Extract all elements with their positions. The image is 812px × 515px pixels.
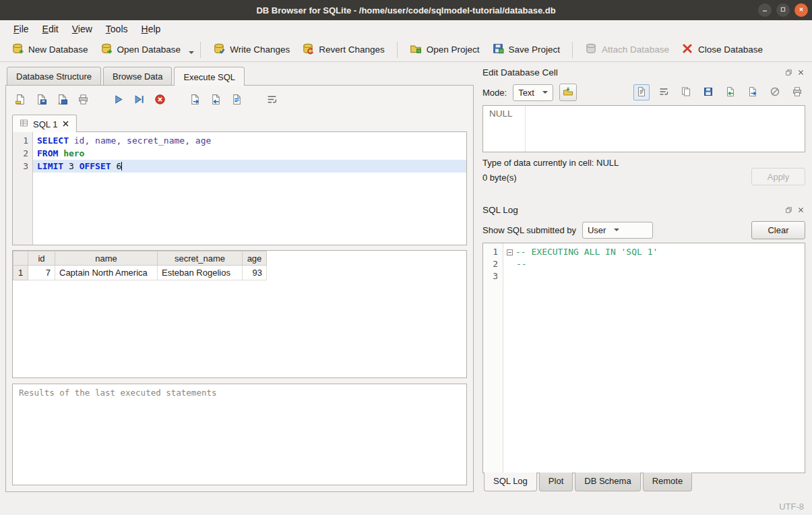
format-sql-button[interactable] <box>228 92 245 109</box>
close-database-icon <box>681 42 693 57</box>
sql-log-view[interactable]: 123 −-- EXECUTING ALL IN 'SQL 1'-- <box>482 243 805 473</box>
code-line[interactable]: FROM hero <box>33 147 466 160</box>
tab-browse-data[interactable]: Browse Data <box>103 67 172 85</box>
set-null-button[interactable] <box>767 84 783 100</box>
open-project-button[interactable]: Open Project <box>404 39 486 60</box>
mode-select[interactable]: Text <box>513 84 553 101</box>
menu-help[interactable]: Help <box>135 22 168 36</box>
log-line-number: 3 <box>483 270 498 282</box>
results-grid[interactable]: idnamesecret_nameage17Captain North Amer… <box>12 250 467 378</box>
menu-file[interactable]: File <box>7 22 36 36</box>
close-button[interactable] <box>794 3 808 17</box>
main-toolbar: New DatabaseOpen DatabaseWrite ChangesRe… <box>0 38 812 62</box>
code-line[interactable]: LIMIT 3 OFFSET 6 <box>33 160 466 173</box>
tab-database-structure[interactable]: Database Structure <box>7 67 101 85</box>
line-number: 1 <box>13 134 28 147</box>
execute-all-button[interactable] <box>110 92 126 109</box>
dock-close-icon[interactable] <box>797 206 805 214</box>
minimize-button[interactable] <box>758 3 772 17</box>
export-icon <box>747 86 758 99</box>
write-changes-button[interactable]: Write Changes <box>207 39 296 60</box>
menu-edit[interactable]: Edit <box>36 22 65 36</box>
menu-view[interactable]: View <box>65 22 99 36</box>
right-column: Edit Database Cell Mode: Text NULL <box>476 62 812 497</box>
editor-gutter: 123 <box>13 132 33 245</box>
import-button[interactable] <box>722 84 739 100</box>
save-project-button[interactable]: Save Project <box>486 39 567 60</box>
cell[interactable]: 93 <box>243 266 267 280</box>
collapse-icon[interactable]: − <box>507 249 513 255</box>
row-number[interactable]: 1 <box>13 266 28 280</box>
save-sql-as-button[interactable] <box>54 92 70 109</box>
log-line: -- <box>503 258 805 270</box>
sql-tab[interactable]: SQL 1 <box>12 115 77 132</box>
export-sql-button[interactable] <box>187 92 203 109</box>
apply-button[interactable]: Apply <box>751 168 805 185</box>
float-icon[interactable] <box>784 68 793 77</box>
bottom-tab-plot[interactable]: Plot <box>539 473 573 491</box>
save-sql-file-button[interactable] <box>33 92 49 109</box>
tab-execute-sql[interactable]: Execute SQL <box>174 67 245 86</box>
cell-icon-group <box>633 84 805 100</box>
copy-icon <box>681 86 691 99</box>
column-header-name[interactable]: name <box>55 251 158 266</box>
close-database-button[interactable]: Close Database <box>675 39 769 60</box>
column-header-secret-name[interactable]: secret_name <box>158 251 243 266</box>
print-icon <box>792 86 803 99</box>
menu-tools[interactable]: Tools <box>99 22 135 36</box>
cell[interactable]: Esteban Rogelios <box>158 266 243 280</box>
new-database-icon <box>11 42 24 57</box>
revert-changes-button[interactable]: Revert Changes <box>296 39 391 60</box>
log-filter-select[interactable]: User <box>582 222 653 239</box>
encoding-indicator[interactable]: UTF-8 <box>779 502 804 512</box>
toolbar-separator <box>397 42 398 58</box>
stop-button[interactable] <box>152 92 168 109</box>
dock-close-icon[interactable] <box>797 68 805 77</box>
export-button[interactable] <box>745 84 761 100</box>
close-icon <box>797 5 805 16</box>
import-sql-icon <box>210 94 222 107</box>
column-header-age[interactable]: age <box>243 251 267 266</box>
log-line-number: 1 <box>483 246 498 258</box>
maximize-button[interactable] <box>776 3 790 17</box>
word-wrap-button[interactable] <box>656 84 672 100</box>
cell[interactable]: Captain North America <box>55 266 158 280</box>
execute-line-button[interactable] <box>131 92 147 109</box>
editor-code[interactable]: SELECT id, name, secret_name, ageFROM he… <box>33 132 466 245</box>
line-number: 2 <box>13 147 28 160</box>
save-button[interactable] <box>700 84 716 100</box>
word-wrap-icon <box>658 86 669 99</box>
bottom-tab-remote[interactable]: Remote <box>643 473 693 491</box>
cell[interactable]: 7 <box>28 266 55 280</box>
write-changes-icon <box>213 42 225 57</box>
chevron-down-icon[interactable] <box>189 51 194 54</box>
import-file-button[interactable] <box>559 84 577 101</box>
cell-size-info: 0 byte(s) <box>482 173 619 183</box>
new-database-button[interactable]: New Database <box>5 39 94 60</box>
log-line <box>503 270 805 282</box>
column-header-id[interactable]: id <box>28 251 55 266</box>
import-icon <box>725 86 736 99</box>
import-sql-button[interactable] <box>208 92 224 109</box>
float-icon[interactable] <box>784 206 793 214</box>
bottom-tab-db-schema[interactable]: DB Schema <box>575 473 640 491</box>
set-null-icon <box>770 86 780 99</box>
sql-editor[interactable]: 123 SELECT id, name, secret_name, ageFRO… <box>12 132 467 245</box>
print-button[interactable] <box>789 84 805 100</box>
bottom-tab-sql-log[interactable]: SQL Log <box>484 473 537 491</box>
cell-editor[interactable]: NULL <box>482 105 805 152</box>
code-line[interactable]: SELECT id, name, secret_name, age <box>33 134 466 147</box>
sql-tab-close-icon[interactable] <box>62 119 69 129</box>
open-sql-file-button[interactable] <box>12 92 28 109</box>
cell-info: Type of data currently in cell: NULL 0 b… <box>482 158 805 195</box>
word-wrap-button[interactable] <box>263 92 280 109</box>
title-bar[interactable]: DB Browser for SQLite - /home/user/code/… <box>0 0 812 20</box>
sql-tab-label: SQL 1 <box>33 119 57 129</box>
clear-button[interactable]: Clear <box>751 221 805 239</box>
open-database-button[interactable]: Open Database <box>94 39 187 60</box>
text-mode-button[interactable] <box>633 84 650 100</box>
main-content: Database StructureBrowse DataExecute SQL… <box>0 62 812 497</box>
sql-log-header: SQL Log <box>482 202 805 217</box>
copy-button[interactable] <box>678 84 694 100</box>
print-button[interactable] <box>75 92 91 109</box>
